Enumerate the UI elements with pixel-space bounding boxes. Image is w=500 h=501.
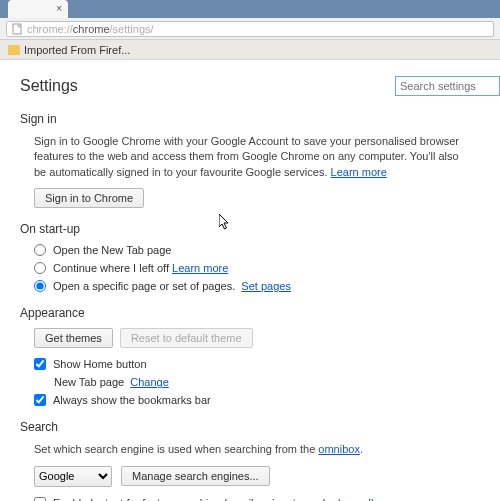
signin-button[interactable]: Sign in to Chrome — [34, 188, 144, 208]
url-rest: /settings/ — [110, 23, 154, 35]
search-engine-select[interactable]: Google — [34, 466, 112, 487]
search-body: Set which search engine is used when sea… — [20, 442, 500, 501]
show-bookmarks-checkbox[interactable] — [34, 394, 46, 406]
omnibox-row: chrome://chrome/settings/ — [0, 18, 500, 40]
url-host: chrome — [73, 23, 110, 35]
search-desc: Set which search engine is used when sea… — [34, 443, 318, 455]
show-bookmarks-row[interactable]: Always show the bookmarks bar — [34, 394, 500, 406]
radio-label: Open a specific page or set of pages. — [53, 280, 235, 292]
change-home-link[interactable]: Change — [130, 376, 169, 388]
startup-body: Open the New Tab page Continue where I l… — [20, 244, 500, 292]
show-home-checkbox-row[interactable]: Show Home button — [34, 358, 500, 370]
url-scheme: chrome:// — [27, 23, 73, 35]
checkbox-label: Always show the bookmarks bar — [53, 394, 211, 406]
tab-strip: × — [0, 0, 500, 18]
close-icon[interactable]: × — [56, 4, 62, 14]
instant-suffix: ) — [371, 497, 375, 501]
enable-instant-row[interactable]: Enable Instant for faster searching (omn… — [34, 497, 500, 501]
page-header: Settings — [20, 76, 500, 96]
search-heading: Search — [20, 420, 500, 434]
bookmark-label: Imported From Firef... — [24, 44, 130, 56]
checkbox-label: Enable Instant for faster searching (omn… — [53, 497, 375, 501]
reset-theme-button: Reset to default theme — [120, 328, 253, 348]
enable-instant-checkbox[interactable] — [34, 497, 46, 501]
folder-icon — [8, 45, 20, 55]
startup-heading: On start-up — [20, 222, 500, 236]
startup-continue-learn-link[interactable]: Learn more — [172, 262, 228, 274]
search-input[interactable] — [395, 76, 500, 96]
signin-learn-more-link[interactable]: Learn more — [331, 166, 387, 178]
instant-prefix: Enable Instant for faster searching (omn… — [53, 497, 338, 501]
startup-opt-specific[interactable]: Open a specific page or set of pages. Se… — [34, 280, 500, 292]
bookmark-folder-imported[interactable]: Imported From Firef... — [8, 44, 130, 56]
bookmarks-bar: Imported From Firef... — [0, 40, 500, 60]
signin-desc: Sign in to Google Chrome with your Googl… — [34, 135, 459, 178]
appearance-heading: Appearance — [20, 306, 500, 320]
radio-continue[interactable] — [34, 262, 46, 274]
page-icon — [11, 23, 23, 35]
home-page-row: New Tab page Change — [54, 376, 500, 388]
radio-label: Continue where I left off — [53, 262, 169, 274]
startup-opt-newtab[interactable]: Open the New Tab page — [34, 244, 500, 256]
show-home-checkbox[interactable] — [34, 358, 46, 370]
signin-body: Sign in to Google Chrome with your Googl… — [20, 134, 465, 208]
get-themes-button[interactable]: Get themes — [34, 328, 113, 348]
omnibox-link[interactable]: omnibox — [318, 443, 360, 455]
appearance-body: Get themes Reset to default theme Show H… — [20, 328, 500, 406]
settings-page: Settings Sign in Sign in to Google Chrom… — [0, 60, 500, 501]
startup-opt-continue[interactable]: Continue where I left off Learn more — [34, 262, 500, 274]
logged-link[interactable]: logged — [338, 497, 371, 501]
signin-heading: Sign in — [20, 112, 500, 126]
startup-set-pages-link[interactable]: Set pages — [241, 280, 291, 292]
radio-specific[interactable] — [34, 280, 46, 292]
home-page-label: New Tab page — [54, 376, 124, 388]
search-engine-row: Google Manage search engines... — [34, 458, 500, 487]
omnibox[interactable]: chrome://chrome/settings/ — [6, 21, 494, 37]
page-title: Settings — [20, 77, 395, 95]
browser-tab[interactable]: × — [8, 0, 68, 18]
manage-search-button[interactable]: Manage search engines... — [121, 466, 270, 486]
radio-newtab[interactable] — [34, 244, 46, 256]
radio-label: Open the New Tab page — [53, 244, 171, 256]
checkbox-label: Show Home button — [53, 358, 147, 370]
